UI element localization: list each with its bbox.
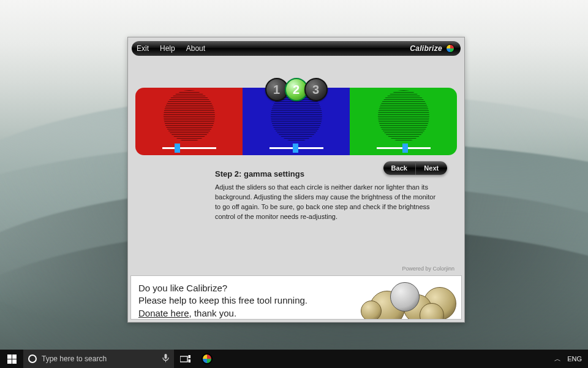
step-3[interactable]: 3	[304, 78, 328, 101]
red-gamma-thumb[interactable]	[175, 144, 180, 153]
next-button[interactable]: Next	[416, 161, 448, 175]
wizard-step-indicator: 1 2 3	[267, 78, 326, 101]
search-placeholder: Type here to search	[42, 355, 107, 363]
desktop-wallpaper: Exit Help About Calibrize 1 2 3	[0, 0, 588, 368]
svg-rect-4	[165, 354, 167, 359]
green-gamma-target-icon	[378, 90, 429, 142]
banner-thanks: , thank you.	[189, 308, 237, 318]
blue-gamma-thumb[interactable]	[293, 144, 298, 153]
coins-illustration-icon	[345, 276, 461, 319]
svg-rect-6	[180, 356, 187, 362]
green-gamma-slider[interactable]	[377, 147, 431, 149]
taskbar-search[interactable]: Type here to search	[23, 350, 174, 368]
calibrize-window: Exit Help About Calibrize 1 2 3	[127, 37, 465, 323]
language-indicator[interactable]: ENG	[567, 355, 582, 362]
svg-rect-7	[188, 355, 190, 358]
mic-icon[interactable]	[162, 353, 169, 364]
red-gamma-target-icon	[164, 90, 215, 142]
banner-line1: Do you like Calibrize?	[138, 282, 307, 294]
powered-by-label: Powered by Colorjinn	[402, 266, 454, 272]
menu-exit[interactable]: Exit	[137, 44, 149, 53]
back-button[interactable]: Back	[383, 161, 415, 175]
donate-link[interactable]: Donate here	[138, 308, 189, 318]
blue-gamma-slider[interactable]	[270, 147, 323, 149]
svg-rect-2	[7, 359, 12, 364]
task-view-icon	[180, 355, 190, 363]
app-title: Calibrize	[410, 44, 442, 53]
task-view-button[interactable]	[174, 350, 196, 368]
green-panel	[350, 88, 457, 155]
red-panel	[135, 88, 243, 155]
svg-rect-3	[12, 359, 17, 364]
menu-about[interactable]: About	[186, 44, 205, 53]
instructions-block: Step 2: gamma settings Adjust the slider…	[215, 169, 442, 222]
banner-line2: Please help to keep this free tool runni…	[138, 294, 307, 307]
cortana-ring-icon	[28, 355, 37, 363]
app-content: 1 2 3	[129, 58, 463, 274]
donate-banner: Do you like Calibrize? Please help to ke…	[130, 275, 462, 320]
tray-overflow-button[interactable]: ︿	[554, 355, 561, 364]
system-tray: ︿ ENG	[554, 355, 588, 364]
svg-rect-1	[12, 355, 17, 359]
svg-rect-5	[165, 361, 166, 362]
taskbar-app-calibrize[interactable]	[196, 350, 218, 368]
windows-taskbar: Type here to search ︿ ENG	[0, 350, 588, 368]
svg-rect-8	[188, 359, 190, 362]
red-gamma-slider[interactable]	[162, 147, 216, 149]
green-gamma-thumb[interactable]	[402, 144, 408, 153]
start-button[interactable]	[0, 350, 23, 368]
app-menubar: Exit Help About Calibrize	[132, 41, 461, 56]
calibrize-taskbar-icon	[202, 353, 213, 364]
wizard-nav: Back Next	[383, 161, 447, 175]
instructions-body: Adjust the sliders so that each circle i…	[215, 183, 442, 222]
calibrize-logo-icon	[446, 44, 454, 53]
menu-help[interactable]: Help	[160, 44, 175, 53]
windows-logo-icon	[7, 355, 17, 364]
svg-rect-0	[7, 355, 12, 359]
